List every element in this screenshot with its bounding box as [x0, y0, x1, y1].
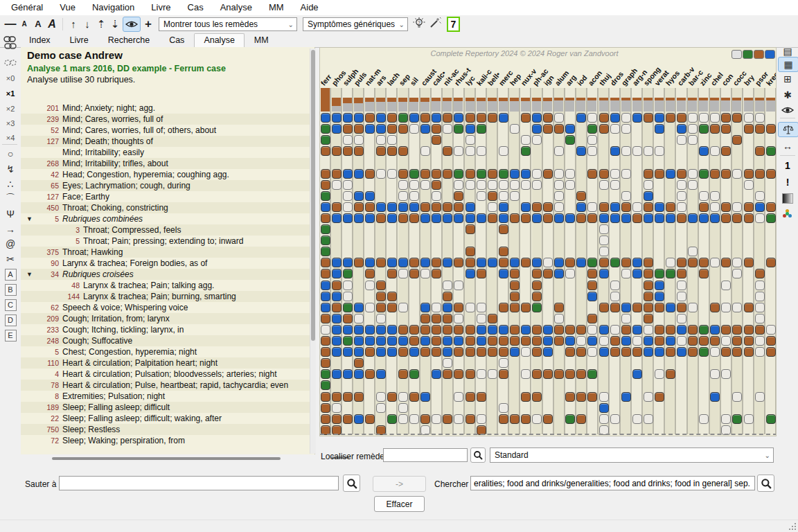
- grade-cell[interactable]: [365, 347, 375, 357]
- grade-cell[interactable]: [610, 213, 620, 223]
- grade-cell[interactable]: [432, 258, 441, 267]
- grade-cell[interactable]: [655, 213, 664, 223]
- grade-cell[interactable]: [755, 113, 765, 123]
- grade-cell[interactable]: [432, 180, 441, 190]
- grade-cell[interactable]: [599, 224, 609, 234]
- grade-cell[interactable]: [343, 325, 353, 335]
- grade-cell[interactable]: [510, 414, 520, 424]
- grade-cell[interactable]: [343, 135, 353, 145]
- grade-cell[interactable]: [443, 281, 452, 290]
- menu-gnral[interactable]: Général: [3, 0, 51, 15]
- grade-cell[interactable]: [477, 146, 486, 156]
- grade-cell[interactable]: [655, 269, 664, 278]
- grade-cell[interactable]: [532, 292, 542, 301]
- grade-cell[interactable]: [466, 146, 475, 156]
- grade-cell[interactable]: [387, 269, 397, 278]
- rubric-row[interactable]: 239Mind; Cares, worries, full of: [21, 114, 315, 125]
- grade-cell[interactable]: [732, 347, 742, 357]
- grade-cell[interactable]: [755, 191, 765, 201]
- grade-cell[interactable]: [666, 303, 675, 312]
- grade-cell[interactable]: [454, 414, 463, 424]
- grade-cell[interactable]: [710, 124, 720, 134]
- grade-cell[interactable]: [699, 269, 709, 278]
- grade-cell[interactable]: [644, 414, 653, 424]
- grade-cell[interactable]: [721, 336, 731, 346]
- grade-cell[interactable]: [655, 113, 664, 123]
- grade-cell[interactable]: [599, 247, 609, 256]
- grade-cell[interactable]: [398, 124, 408, 134]
- grade-cell[interactable]: [688, 169, 698, 179]
- grade-cell[interactable]: [443, 336, 452, 346]
- grade-cell[interactable]: [699, 124, 709, 134]
- grade-cell[interactable]: [632, 369, 642, 379]
- grade-cell[interactable]: [510, 292, 520, 301]
- grade-cell[interactable]: [443, 303, 452, 312]
- grade-swatch-1[interactable]: [743, 50, 753, 59]
- font-size-large-button[interactable]: A: [46, 17, 58, 32]
- grade-cell[interactable]: [376, 213, 386, 223]
- grade-cell[interactable]: [710, 169, 720, 179]
- grade-cell[interactable]: [599, 236, 609, 245]
- grade-cell[interactable]: [398, 303, 408, 312]
- grade-cell[interactable]: [677, 325, 686, 335]
- zoom-out-button[interactable]: —: [4, 17, 17, 32]
- grade-cell[interactable]: [343, 281, 353, 290]
- font-size-small-button[interactable]: A: [18, 17, 30, 32]
- grade-cell[interactable]: [420, 113, 430, 123]
- font-size-medium-button[interactable]: A: [32, 17, 44, 32]
- grade-cell[interactable]: [599, 213, 609, 223]
- grade-cell[interactable]: [532, 269, 542, 278]
- grade-cell[interactable]: [554, 303, 564, 312]
- grade-cell[interactable]: [677, 303, 686, 312]
- grade-cell[interactable]: [321, 258, 330, 267]
- grade-cell[interactable]: [543, 202, 553, 212]
- resize-grip[interactable]: [789, 523, 796, 530]
- grade-cell[interactable]: [644, 213, 653, 223]
- grade-cell[interactable]: [655, 281, 664, 290]
- grade-cell[interactable]: [732, 303, 742, 312]
- grade-cell[interactable]: [365, 191, 375, 201]
- grade-cell[interactable]: [321, 325, 330, 335]
- grade-cell[interactable]: [499, 202, 508, 212]
- grade-cell[interactable]: [610, 202, 620, 212]
- grade-cell[interactable]: [543, 113, 553, 123]
- grade-cell[interactable]: [621, 336, 631, 346]
- grade-cell[interactable]: [443, 369, 452, 379]
- grade-cell[interactable]: [376, 392, 386, 402]
- grade-cell[interactable]: [332, 369, 342, 379]
- grade-cell[interactable]: [420, 202, 430, 212]
- grade-cell[interactable]: [521, 336, 531, 346]
- grade-cell[interactable]: [321, 281, 330, 290]
- grade-cell[interactable]: [744, 169, 754, 179]
- grade-cell[interactable]: [721, 146, 731, 156]
- grade-cell[interactable]: [521, 414, 531, 424]
- grade-cell[interactable]: [343, 347, 353, 357]
- grade-cell[interactable]: [510, 191, 520, 201]
- grade-cell[interactable]: [644, 169, 653, 179]
- grade-cell[interactable]: [677, 336, 686, 346]
- grade-cell[interactable]: [354, 336, 364, 346]
- grade-cell[interactable]: [321, 314, 330, 323]
- grade-cell[interactable]: [587, 336, 597, 346]
- grade-cell[interactable]: [744, 124, 754, 134]
- grade-cell[interactable]: [655, 124, 664, 134]
- grade-cell[interactable]: [565, 369, 575, 379]
- grade-cell[interactable]: [666, 202, 675, 212]
- grade-cell[interactable]: [432, 325, 441, 335]
- grade-cell[interactable]: [677, 281, 686, 290]
- grade-cell[interactable]: [666, 113, 675, 123]
- grade-cell[interactable]: [721, 325, 731, 335]
- grade-cell[interactable]: [387, 392, 397, 402]
- tab-analyse[interactable]: Analyse: [194, 33, 244, 48]
- grade-cell[interactable]: [321, 269, 330, 278]
- grade-cell[interactable]: [766, 325, 776, 335]
- grade-cell[interactable]: [332, 303, 342, 312]
- grade-cell[interactable]: [565, 258, 575, 267]
- grade-cell[interactable]: [632, 325, 642, 335]
- grade-cell[interactable]: [499, 169, 508, 179]
- grade-cell[interactable]: [332, 269, 342, 278]
- grade-cell[interactable]: [376, 124, 386, 134]
- rubric-list-vertical-scrollbar[interactable]: [310, 48, 316, 454]
- grade-cell[interactable]: [621, 146, 631, 156]
- view-table-icon[interactable]: ⊞: [778, 72, 797, 86]
